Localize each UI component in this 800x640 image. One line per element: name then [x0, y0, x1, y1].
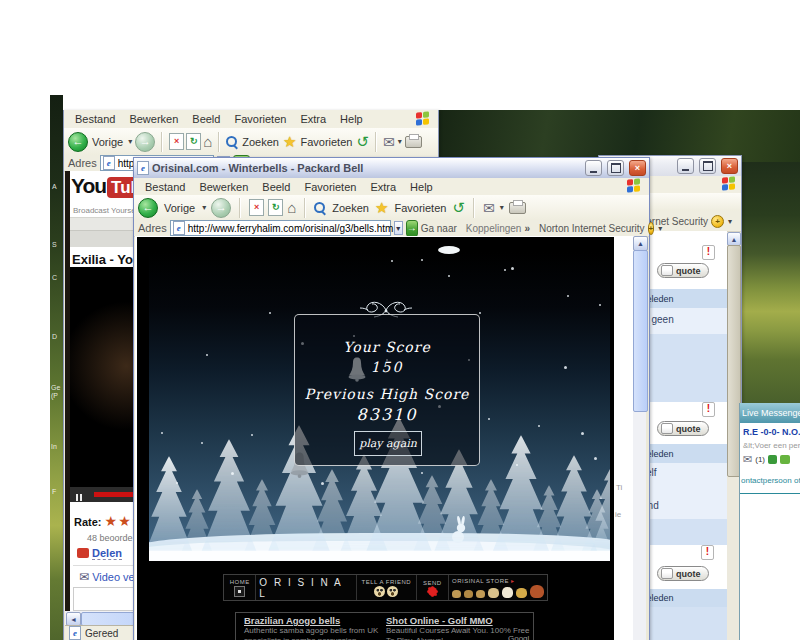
- mail-icon[interactable]: ✉: [383, 135, 395, 149]
- inbox-icon[interactable]: ✉: [743, 454, 752, 465]
- norton-icon[interactable]: +: [711, 215, 724, 228]
- report-icon[interactable]: !: [701, 545, 714, 560]
- menu-extra[interactable]: Extra: [363, 181, 403, 193]
- footer-tell-a-friend[interactable]: TELL A FRIEND: [357, 575, 417, 600]
- status-icon: e: [69, 626, 81, 640]
- windows-flag-icon: [416, 111, 430, 126]
- maximize-button[interactable]: [607, 160, 624, 176]
- footer-send[interactable]: SEND: [417, 575, 449, 600]
- snowflake: [599, 304, 601, 306]
- mail-dropdown-icon[interactable]: ▾: [398, 137, 402, 146]
- minimize-button[interactable]: [677, 158, 694, 174]
- norton-dropdown-icon[interactable]: ▾: [658, 224, 662, 233]
- footer-store[interactable]: ORISINAL STORE▸: [449, 575, 547, 600]
- contacts-icon[interactable]: [768, 455, 777, 464]
- maximize-button[interactable]: [699, 158, 716, 174]
- stop-button[interactable]: ×: [169, 133, 184, 150]
- menu-extra[interactable]: Extra: [293, 113, 333, 125]
- page-text-fragment: Ti: [616, 483, 622, 492]
- share-icon: [77, 548, 89, 558]
- back-button[interactable]: ←: [138, 198, 158, 218]
- ad-link[interactable]: Brazilian Agogo bells: [244, 615, 382, 626]
- address-input[interactable]: e http://www.ferryhalim.com/orisinal/g3/…: [170, 220, 391, 236]
- search-contact-hint[interactable]: ontactpersoon of n: [741, 476, 800, 485]
- footer-logo[interactable]: O R I S I N A L: [256, 575, 357, 600]
- close-button[interactable]: ×: [721, 158, 738, 174]
- games-icon[interactable]: [780, 455, 790, 464]
- back-label: Vorige: [92, 136, 123, 148]
- menu-beeld[interactable]: Beeld: [185, 113, 227, 125]
- quote-button[interactable]: quote: [657, 263, 709, 278]
- forward-button[interactable]: →: [211, 198, 231, 218]
- links-chevron[interactable]: »: [524, 223, 530, 234]
- scroll-up-button[interactable]: ▲: [727, 232, 741, 246]
- close-button[interactable]: ×: [629, 160, 646, 176]
- envelope-icon: ✉: [79, 570, 89, 584]
- minimize-button[interactable]: [585, 160, 602, 176]
- back-button[interactable]: ←: [68, 132, 88, 152]
- mail-icon[interactable]: ✉: [483, 201, 495, 215]
- address-dropdown-icon[interactable]: ▼: [394, 221, 403, 235]
- menu-bestand[interactable]: Bestand: [68, 113, 122, 125]
- scroll-left-button[interactable]: ◄: [66, 612, 81, 626]
- stop-button[interactable]: ×: [249, 199, 264, 216]
- play-again-button[interactable]: play again: [354, 431, 422, 456]
- links-label[interactable]: Koppelingen: [466, 223, 522, 234]
- pause-button[interactable]: [76, 491, 78, 503]
- menu-beeld[interactable]: Beeld: [255, 181, 297, 193]
- report-icon[interactable]: !: [702, 245, 715, 260]
- go-button[interactable]: →: [406, 220, 418, 237]
- scroll-thumb[interactable]: [633, 250, 648, 412]
- menu-bewerken[interactable]: Bewerken: [192, 181, 255, 193]
- search-icon[interactable]: [314, 202, 326, 214]
- ie-page-icon: e: [103, 156, 115, 170]
- refresh-button[interactable]: ↻: [268, 199, 283, 216]
- scroll-up-button[interactable]: ▲: [633, 236, 648, 251]
- quote-button[interactable]: quote: [657, 421, 709, 436]
- menu-help[interactable]: Help: [333, 113, 370, 125]
- menu-help[interactable]: Help: [403, 181, 440, 193]
- footer-home[interactable]: HOME: [224, 575, 256, 600]
- norton-dropdown-icon[interactable]: ▾: [728, 217, 732, 226]
- report-icon[interactable]: !: [702, 402, 715, 417]
- menu-bestand[interactable]: Bestand: [138, 181, 192, 193]
- search-label: Zoeken: [242, 136, 279, 148]
- ad-box: Brazilian Agogo bells Authentic samba ag…: [235, 612, 534, 640]
- print-icon[interactable]: [405, 136, 422, 148]
- favorites-icon[interactable]: ★: [375, 200, 388, 215]
- personal-message[interactable]: &lt;Voer een persoonl: [743, 441, 800, 450]
- quote-button[interactable]: quote: [657, 566, 709, 581]
- vertical-scrollbar[interactable]: ▲: [633, 236, 646, 640]
- snowflake: [321, 482, 324, 485]
- mail-dropdown-icon[interactable]: ▾: [500, 203, 504, 212]
- back-dropdown-icon[interactable]: ▾: [128, 137, 132, 146]
- messenger-title-bar[interactable]: Live Messenger: [740, 403, 800, 423]
- print-icon[interactable]: [509, 202, 526, 214]
- refresh-button[interactable]: ↻: [186, 133, 201, 150]
- home-button[interactable]: ⌂: [287, 200, 296, 215]
- title-bar[interactable]: e Orisinal.com - Winterbells - Packard B…: [134, 158, 649, 179]
- menu-favorieten[interactable]: Favorieten: [297, 181, 363, 193]
- norton-icon[interactable]: +: [648, 222, 655, 235]
- send-video-link[interactable]: ✉ Video ve: [79, 571, 135, 583]
- home-button[interactable]: ⌂: [203, 134, 212, 149]
- search-icon[interactable]: [226, 136, 238, 148]
- store-animal-icon: [476, 590, 485, 598]
- snowflake: [511, 267, 514, 270]
- store-animal-icon: [502, 587, 513, 598]
- history-icon[interactable]: ↺: [452, 200, 465, 215]
- menu-bewerken[interactable]: Bewerken: [122, 113, 185, 125]
- share-row[interactable]: Delen: [77, 547, 122, 559]
- game-canvas[interactable]: Your Score 150 Previous High Score 83310…: [137, 237, 614, 640]
- history-icon[interactable]: ↺: [356, 134, 369, 149]
- back-dropdown-icon[interactable]: ▾: [202, 203, 206, 212]
- snowflake: [269, 312, 271, 314]
- go-label[interactable]: Ga naar: [421, 223, 457, 234]
- score-label: Your Score: [295, 339, 479, 355]
- snowflake: [206, 354, 208, 356]
- desktop: ASCDGe(PInF Bestand Bewerken Beeld Favor…: [0, 0, 800, 640]
- favorites-icon[interactable]: ★: [283, 134, 296, 149]
- forward-button[interactable]: →: [135, 132, 155, 152]
- menu-favorieten[interactable]: Favorieten: [227, 113, 293, 125]
- ad-link[interactable]: Shot Online - Golf MMO: [386, 615, 531, 626]
